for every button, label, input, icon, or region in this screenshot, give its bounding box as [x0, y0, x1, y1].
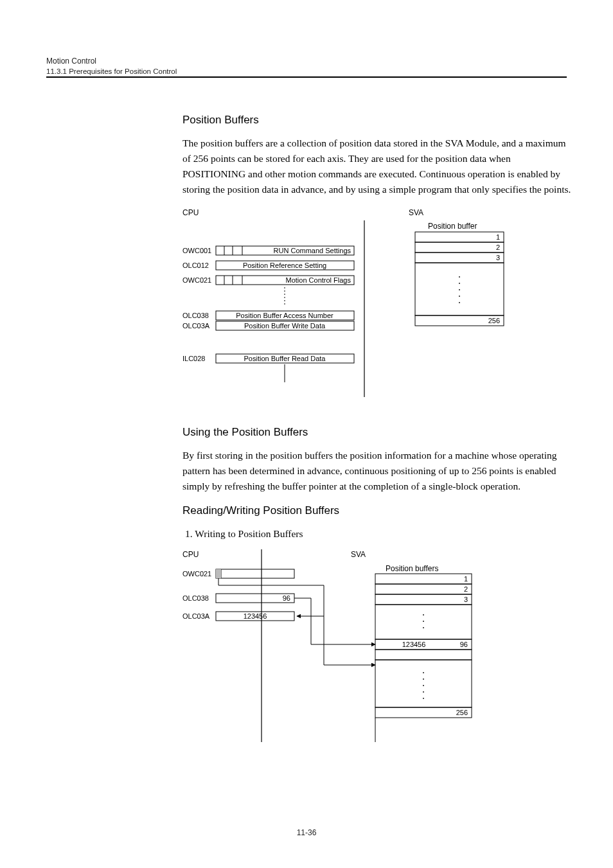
d1-posref: Position Reference Setting	[243, 261, 326, 269]
svg-rect-49	[375, 660, 472, 707]
svg-rect-1	[415, 232, 504, 242]
d1-cpu-label: CPU	[182, 208, 199, 217]
d1-owc001: OWC001	[182, 247, 211, 254]
d2-owc021: OWC021	[182, 570, 211, 578]
svg-point-54	[423, 698, 424, 699]
d2-cpu-label: CPU	[182, 550, 199, 559]
section-para-2: By first storing in the position buffers…	[182, 448, 573, 494]
svg-point-46	[423, 627, 424, 628]
svg-rect-2	[415, 242, 504, 252]
svg-point-6	[459, 283, 460, 284]
content-column: Position Buffers The position buffers ar…	[182, 114, 573, 751]
svg-rect-4	[415, 263, 504, 315]
d2-row-2: 2	[464, 585, 468, 593]
svg-point-7	[459, 289, 460, 290]
svg-point-8	[459, 296, 460, 297]
svg-point-53	[423, 691, 424, 693]
diagram-1: CPU SVA Position buffer 1 2 3 256 OWC001	[182, 208, 573, 403]
svg-rect-48	[375, 650, 472, 660]
d2-row-1: 1	[464, 575, 468, 583]
section-title-2: Using the Position Buffers	[182, 426, 573, 439]
list-item-1: 1. Writing to Position Buffers	[185, 526, 573, 542]
d2-olc03a: OLC03A	[182, 612, 210, 620]
header-chapter: Motion Control	[46, 57, 567, 66]
d1-pbrd: Position Buffer Read Data	[244, 355, 326, 362]
svg-rect-28	[216, 569, 221, 578]
d2-row-256: 256	[456, 709, 468, 716]
section-para-1: The position buffers are a collection of…	[182, 136, 573, 197]
diagram-2: CPU SVA Position buffers OWC021 OLC038 9…	[182, 549, 573, 751]
d1-pbuf-label: Position buffer	[428, 222, 477, 231]
svg-point-52	[423, 685, 424, 686]
svg-point-50	[423, 672, 424, 673]
d2-sva-label: SVA	[351, 550, 366, 559]
svg-point-51	[423, 678, 424, 680]
d2-b123456: 123456	[402, 641, 426, 648]
page-number: 11-36	[0, 828, 613, 837]
d1-olc03a: OLC03A	[182, 322, 210, 330]
d1-row-3: 3	[496, 254, 500, 261]
svg-rect-40	[375, 574, 472, 584]
d1-olc012: OLC012	[182, 261, 209, 269]
d1-row-256: 256	[488, 317, 500, 324]
d2-olc038: OLC038	[182, 594, 209, 602]
svg-rect-43	[375, 605, 472, 639]
svg-point-44	[423, 614, 424, 616]
header-rule	[46, 76, 567, 78]
d1-olc038: OLC038	[182, 312, 209, 319]
svg-point-5	[459, 276, 460, 278]
d2-row-3: 3	[464, 596, 468, 603]
svg-rect-41	[375, 584, 472, 594]
section-title-3: Reading/Writing Position Buffers	[182, 504, 573, 517]
d1-row-2: 2	[496, 244, 500, 251]
d1-mcflags: Motion Control Flags	[286, 276, 351, 284]
d1-runcmd: RUN Command Settings	[274, 247, 351, 254]
d1-ilc028: ILC028	[182, 355, 205, 362]
svg-rect-42	[375, 594, 472, 605]
d2-v96: 96	[283, 594, 290, 602]
svg-point-9	[459, 302, 460, 303]
svg-rect-3	[415, 252, 504, 263]
d2-b96: 96	[460, 641, 468, 648]
svg-point-45	[423, 621, 424, 622]
d1-owc021: OWC021	[182, 276, 211, 284]
d1-pbwd: Position Buffer Write Data	[244, 322, 326, 330]
d2-pbuf-label: Position buffers	[386, 564, 439, 573]
svg-rect-26	[216, 569, 294, 578]
d1-sva-label: SVA	[409, 208, 423, 217]
d1-pban: Position Buffer Access Number	[236, 312, 333, 319]
header-section: 11.3.1 Prerequisites for Position Contro…	[46, 67, 567, 75]
section-title-1: Position Buffers	[182, 114, 573, 127]
d1-row-1: 1	[496, 233, 500, 241]
d2-v123456: 123456	[244, 612, 267, 620]
